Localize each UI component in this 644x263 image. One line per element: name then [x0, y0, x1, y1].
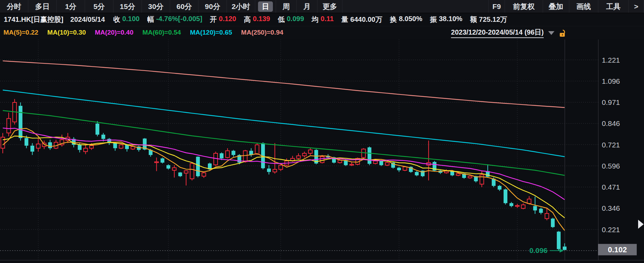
candle-body-up: [202, 173, 206, 176]
tab-5分[interactable]: 5分: [85, 0, 113, 13]
candle-body-down: [48, 142, 52, 148]
field-label: 量: [341, 15, 348, 24]
candle-body-down: [78, 145, 82, 150]
candle-body-up: [90, 146, 93, 148]
button-前复权[interactable]: 前复权: [505, 0, 543, 13]
tab-更多[interactable]: 更多: [318, 0, 342, 13]
tab-30分[interactable]: 30分: [142, 0, 170, 13]
ma-legend-item: MA(5)=0.22: [3, 29, 38, 36]
tab-15分[interactable]: 15分: [113, 0, 142, 13]
candle-body-down: [220, 153, 223, 158]
trading-app: { "toolbar": { "tabs": ["分时","多日","1分","…: [0, 0, 644, 263]
field-label: 开: [210, 15, 217, 24]
candle-body-down: [415, 172, 419, 175]
period-toolbar: 分时多日1分5分15分30分60分90分2小时日周月更多 F9前复权叠加画线工具…: [0, 0, 644, 13]
chart-canvas[interactable]: 1.2211.0960.9710.8460.7210.5960.4710.346…: [0, 39, 644, 263]
candle-body-down: [160, 158, 164, 163]
candle-body-up: [214, 153, 218, 165]
tab-月[interactable]: 月: [297, 0, 318, 13]
tab-label: 30分: [144, 1, 167, 12]
field-label: 振: [430, 15, 437, 24]
candle-body-down: [504, 189, 507, 203]
candle-body-up: [84, 148, 88, 152]
ma-legend-bar: MA(5)=0.22MA(10)=0.30MA(20)=0.40MA(60)=0…: [0, 26, 644, 39]
toolbar-spacer: [342, 0, 488, 13]
tab-多日[interactable]: 多日: [28, 0, 57, 13]
candle-body-down: [19, 106, 22, 138]
candle-body-down: [231, 151, 235, 155]
field-label: 收: [113, 15, 120, 24]
candle-body-down: [551, 219, 555, 227]
candle-body-up: [320, 157, 324, 163]
candle-body-down: [101, 135, 105, 139]
toolbar-actions: F9前复权叠加画线工具>: [488, 0, 644, 13]
field-value: 0.100: [122, 15, 139, 24]
button-工具[interactable]: 工具: [598, 0, 629, 13]
tab-分时[interactable]: 分时: [0, 0, 28, 13]
y-axis-label: 1.221: [602, 56, 620, 64]
toolbar-more-chevron[interactable]: >: [629, 0, 644, 13]
candle-body-down: [113, 143, 117, 148]
tab-90分[interactable]: 90分: [199, 0, 227, 13]
field-label: 均: [312, 15, 319, 24]
y-axis-label: 0.596: [602, 162, 620, 170]
field-value: 8.050%: [399, 15, 422, 24]
field-value: 6440.00万: [350, 15, 382, 24]
field-value: -4.76%[-0.005]: [156, 15, 202, 24]
low-price-annotation: 0.096: [529, 246, 548, 254]
candle-body-up: [309, 150, 312, 153]
unlock-icon[interactable]: [559, 29, 566, 37]
button-叠加[interactable]: 叠加: [543, 0, 569, 13]
ma-legend-item: MA(60)=0.54: [142, 29, 181, 36]
ma-legend-item: MA(120)=0.65: [190, 29, 232, 36]
period-tabs: 分时多日1分5分15分30分60分90分2小时日周月更多: [0, 0, 342, 13]
candle-body-up: [456, 174, 460, 175]
candle-body-up: [468, 176, 472, 178]
tab-1分[interactable]: 1分: [57, 0, 85, 13]
candle-body-up: [7, 119, 11, 133]
tab-label: 分时: [3, 1, 25, 12]
tab-周[interactable]: 周: [276, 0, 297, 13]
chevron-down-icon[interactable]: [548, 31, 554, 35]
candle-body-down: [509, 203, 513, 206]
tab-label: 15分: [116, 1, 139, 12]
candle-body-down: [539, 209, 543, 213]
tab-60分[interactable]: 60分: [170, 0, 199, 13]
field-label: 换: [390, 15, 397, 24]
tab-label: 多日: [31, 1, 54, 12]
panel-expand-icon[interactable]: [638, 220, 644, 229]
candle-body-down: [166, 165, 170, 169]
ma-legend-item: MA(10)=0.30: [47, 29, 86, 36]
button-F9[interactable]: F9: [488, 0, 505, 13]
candle-body-down: [178, 172, 182, 176]
tab-label: 5分: [90, 1, 109, 12]
range-text[interactable]: 2023/12/20-2024/05/14 (96日): [451, 28, 544, 38]
candle-body-down: [563, 246, 567, 250]
ma-line-ma120: [3, 90, 565, 157]
current-price-value: 0.102: [608, 245, 627, 254]
tab-2小时[interactable]: 2小时: [227, 0, 255, 13]
candle-body-up: [226, 151, 229, 158]
field-label: 额: [470, 15, 477, 24]
candle-body-up: [255, 145, 259, 154]
candle-body-up: [119, 145, 123, 148]
tab-label: 60分: [173, 1, 195, 12]
button-画线[interactable]: 画线: [569, 0, 598, 13]
quote-info-bar: 1741.HK[日赢控股] 2024/05/14 收0.100幅-4.76%[-…: [0, 13, 644, 26]
candle-body-up: [362, 149, 366, 158]
candle-body-up: [374, 161, 377, 163]
candlestick-chart[interactable]: 1.2211.0960.9710.8460.7210.5960.4710.346…: [0, 39, 644, 263]
quote-date: 2024/05/14: [70, 16, 105, 24]
candle-body-up: [297, 156, 301, 158]
ma-legend-item: MA(250)=0.94: [241, 29, 283, 36]
y-axis-label: 0.471: [602, 183, 620, 191]
tab-label: 更多: [319, 1, 341, 12]
y-axis-label: 0.971: [602, 98, 620, 106]
tab-label: 2小时: [228, 1, 254, 12]
field-value: 725.12万: [479, 15, 507, 24]
candle-body-up: [303, 153, 306, 156]
symbol-title: 1741.HK[日赢控股]: [4, 15, 63, 24]
range-selector[interactable]: 2023/12/20-2024/05/14 (96日): [451, 28, 566, 38]
tab-日[interactable]: 日: [255, 0, 276, 13]
tab-label: 1分: [61, 1, 80, 12]
